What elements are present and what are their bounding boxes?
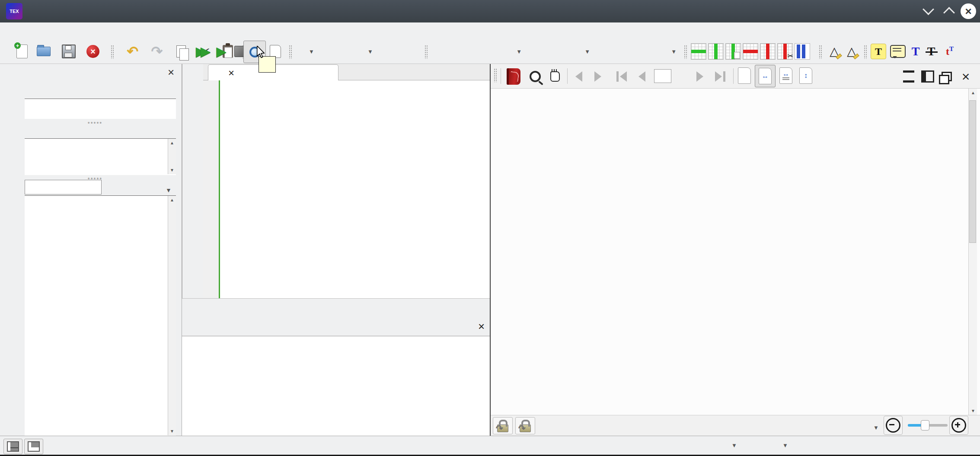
- pdf-bottom-bar: [491, 415, 980, 436]
- close-tab-icon[interactable]: ×: [228, 67, 234, 79]
- pdf-fit-width-icon[interactable]: ↔: [755, 65, 776, 87]
- language-selector[interactable]: ▼: [725, 439, 737, 450]
- scroll-down-icon[interactable]: ▼: [169, 429, 175, 434]
- toolbar-separator: [864, 45, 867, 59]
- scroll-up-icon[interactable]: ▲: [970, 90, 976, 95]
- symbol-grid-scrollbar[interactable]: ▲ ▼: [168, 196, 176, 435]
- pdf-zoom-100-icon[interactable]: [736, 66, 753, 86]
- redo-button[interactable]: ↷: [147, 41, 167, 61]
- chevron-down-icon: ▼: [309, 48, 314, 55]
- messages-output-area[interactable]: [182, 336, 490, 436]
- chevron-down-icon[interactable]: ▼: [166, 187, 172, 194]
- pdf-side-panel-icon[interactable]: [919, 67, 936, 86]
- favorites-box[interactable]: [25, 99, 176, 119]
- pdf-detach-window-icon[interactable]: [938, 67, 955, 86]
- chevron-down-icon[interactable]: ▼: [873, 424, 879, 431]
- pdf-zoom-tool-icon[interactable]: [526, 67, 545, 86]
- pdf-document-icon[interactable]: [504, 67, 523, 86]
- toolbar-grip[interactable]: [494, 68, 497, 82]
- texstudio-window: TEX × + × ↶ ↷ ✂ ▶▶ ▶ ▼ ▼ ▼ ▼ ▼: [0, 0, 980, 456]
- pdf-forward-button[interactable]: [589, 67, 607, 86]
- pdf-back-button[interactable]: [570, 67, 588, 86]
- window-title: [0, 0, 980, 22]
- table-align-columns-icon[interactable]: [795, 43, 810, 60]
- copy-button[interactable]: [171, 41, 191, 61]
- most-used-scrollbar[interactable]: ▲ ▼: [168, 139, 176, 174]
- toolbar-separator: [819, 45, 822, 59]
- compile-and-view-button[interactable]: ▶▶: [194, 41, 213, 61]
- pdf-close-icon[interactable]: ×: [957, 67, 974, 86]
- pdf-fit-text-icon[interactable]: ↔: [777, 66, 795, 86]
- new-file-button[interactable]: +: [12, 41, 32, 61]
- change-case-icon[interactable]: tT: [941, 41, 959, 61]
- chevron-down-icon: ▼: [731, 442, 737, 449]
- editor-status-row: [182, 298, 490, 314]
- zoom-slider-thumb[interactable]: [921, 420, 929, 430]
- toolbar-separator: [289, 45, 292, 59]
- greek-symbol-grid: [26, 197, 168, 435]
- scroll-down-icon[interactable]: ▼: [970, 408, 976, 413]
- equation-wizard-icon[interactable]: △: [844, 43, 859, 59]
- pdf-fit-page-icon[interactable]: ↕: [797, 66, 814, 86]
- open-file-button[interactable]: [34, 41, 54, 61]
- pdf-section-heading: [591, 181, 608, 195]
- table-add-column-icon[interactable]: [708, 43, 724, 60]
- close-file-button[interactable]: ×: [83, 41, 103, 61]
- pdf-windowed-mode-icon[interactable]: [900, 67, 917, 86]
- undo-button[interactable]: ↶: [123, 41, 143, 61]
- section-dropdown[interactable]: ▼: [437, 41, 522, 61]
- chevron-down-icon: ▼: [584, 48, 590, 55]
- table-remove-row-icon[interactable]: [743, 43, 758, 60]
- scroll-lock-icon[interactable]: [493, 417, 513, 434]
- table-paste-column-icon[interactable]: [725, 43, 741, 60]
- pdf-page-input[interactable]: [654, 69, 671, 83]
- chevron-down-icon: ▼: [782, 442, 788, 449]
- code-lines[interactable]: [220, 80, 490, 300]
- pdf-previous-page-button[interactable]: [633, 67, 651, 86]
- pdf-first-page-button[interactable]: [611, 67, 632, 86]
- toggle-bottom-panel-button[interactable]: [24, 439, 43, 454]
- most-used-box: [25, 138, 176, 175]
- symbol-search-input[interactable]: [25, 180, 102, 195]
- text-color-icon[interactable]: T: [908, 41, 923, 61]
- scroll-up-icon[interactable]: ▲: [169, 140, 175, 145]
- menu-bar: [0, 22, 980, 39]
- editor-gutter[interactable]: [203, 80, 219, 298]
- title-bar: TEX ×: [0, 0, 980, 22]
- pdf-toolbar-separator: [501, 68, 501, 84]
- scroll-up-icon[interactable]: ▲: [169, 198, 175, 202]
- left-delimiter-dropdown[interactable]: ▼: [303, 41, 314, 61]
- pdf-toolbar-separator: [567, 68, 568, 84]
- compile-button[interactable]: ▶: [213, 41, 230, 61]
- status-bar: [0, 436, 980, 456]
- editor-format-toolbar: [183, 65, 203, 298]
- table-cut-column-icon[interactable]: ✂: [777, 43, 793, 60]
- zoom-in-button[interactable]: [949, 416, 968, 435]
- close-output-panel-icon[interactable]: ×: [478, 320, 485, 333]
- scroll-down-icon[interactable]: ▼: [169, 168, 175, 172]
- highlight-text-icon[interactable]: T: [870, 41, 887, 61]
- table-add-row-icon[interactable]: [691, 43, 706, 60]
- encoding-selector[interactable]: ▼: [776, 439, 788, 450]
- math-wizard-icon[interactable]: △: [827, 43, 842, 59]
- save-button[interactable]: [59, 41, 79, 61]
- close-panel-icon[interactable]: ×: [168, 66, 174, 79]
- toolbar-separator: [425, 45, 428, 59]
- chevron-down-icon: ▼: [367, 48, 373, 55]
- comment-icon[interactable]: [889, 41, 907, 61]
- right-delimiter-dropdown[interactable]: ▼: [361, 41, 373, 61]
- strikeout-icon[interactable]: T: [923, 41, 939, 61]
- pdf-last-page-button[interactable]: [710, 67, 731, 86]
- close-window-icon[interactable]: ×: [961, 3, 976, 19]
- table-remove-column-icon[interactable]: [760, 43, 776, 60]
- pdf-next-page-button[interactable]: [691, 67, 709, 86]
- pdf-scrollbar-thumb[interactable]: [969, 100, 976, 243]
- pdf-pan-tool-icon[interactable]: [546, 67, 565, 86]
- splitter-handle[interactable]: •••••: [86, 119, 104, 126]
- chevron-down-icon: ▼: [671, 48, 677, 55]
- toggle-side-panel-button[interactable]: [3, 439, 22, 454]
- label-dropdown[interactable]: ▼: [536, 41, 590, 61]
- zoom-out-button[interactable]: [884, 416, 903, 435]
- font-size-dropdown[interactable]: ▼: [605, 41, 677, 61]
- cursor-lock-icon[interactable]: [515, 417, 535, 434]
